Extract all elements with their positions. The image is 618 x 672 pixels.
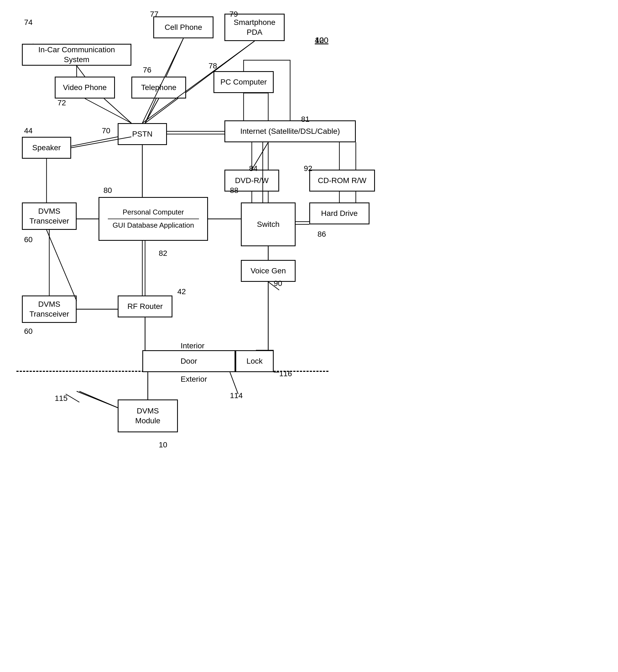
hard-drive-box: Hard Drive: [309, 203, 370, 224]
dvms-module-box: DVMS Module: [118, 400, 178, 432]
rf-router-box: RF Router: [118, 296, 173, 317]
voice-gen-box: Voice Gen: [241, 260, 296, 282]
diagram-container: 42 Cell Phone Smartphone PDA In-Car Comm…: [0, 0, 618, 672]
label-44: 44: [24, 126, 32, 135]
label-86: 86: [317, 230, 326, 239]
switch-box: Switch: [241, 203, 296, 246]
label-78: 78: [209, 62, 217, 70]
cell-phone-box: Cell Phone: [153, 16, 213, 38]
label-10: 10: [159, 441, 167, 449]
label-77: 77: [150, 10, 159, 19]
label-88: 88: [230, 186, 238, 195]
svg-line-54: [77, 391, 118, 408]
interior-label: Interior: [181, 341, 204, 350]
svg-line-3: [85, 99, 131, 123]
label-81: 81: [301, 115, 310, 124]
pstn-box: PSTN: [118, 123, 167, 145]
label-84: 84: [249, 164, 258, 173]
pc-computer-box: PC Computer: [213, 71, 274, 93]
label-79: 79: [229, 10, 238, 19]
label-76: 76: [143, 66, 151, 75]
svg-line-37: [145, 99, 159, 123]
label-116: 116: [279, 369, 292, 378]
in-car-box: In-Car Communication System: [22, 44, 131, 66]
dvms-transceiver-1-box: DVMS Transceiver: [22, 203, 77, 230]
internet-box: Internet (Satellite/DSL/Cable): [224, 120, 356, 142]
label-100: 100: [315, 35, 328, 45]
speaker-box: Speaker: [22, 137, 71, 159]
detail-lines: [0, 0, 618, 672]
exterior-label: Exterior: [181, 375, 207, 383]
label-60-1: 60: [24, 235, 32, 244]
label-72: 72: [58, 99, 66, 107]
label-42: 42: [177, 287, 186, 296]
label-70: 70: [102, 126, 110, 135]
video-phone-box: Video Phone: [55, 77, 115, 99]
lock-box: Lock: [235, 350, 274, 372]
label-92: 92: [304, 164, 312, 173]
telephone-box: Telephone: [131, 77, 186, 99]
svg-line-36: [104, 99, 131, 123]
personal-computer-box: Personal Computer GUI Database Applicati…: [99, 197, 208, 241]
label-82: 82: [159, 249, 167, 258]
label-90: 90: [274, 279, 282, 288]
svg-line-59: [230, 372, 238, 394]
svg-line-4: [145, 99, 159, 123]
connection-lines: [0, 0, 618, 672]
label-114: 114: [230, 391, 243, 400]
cd-rom-box: CD-ROM R/W: [309, 170, 375, 192]
label-80: 80: [103, 186, 112, 195]
svg-line-27: [79, 391, 118, 408]
dvms-transceiver-2-box: DVMS Transceiver: [22, 296, 77, 323]
door-box: Door: [142, 350, 235, 372]
label-115: 115: [55, 394, 68, 403]
label-74: 74: [24, 18, 32, 27]
svg-line-35: [77, 66, 85, 77]
svg-line-57: [46, 230, 77, 301]
label-60-2: 60: [24, 327, 32, 336]
svg-line-58: [66, 394, 79, 402]
